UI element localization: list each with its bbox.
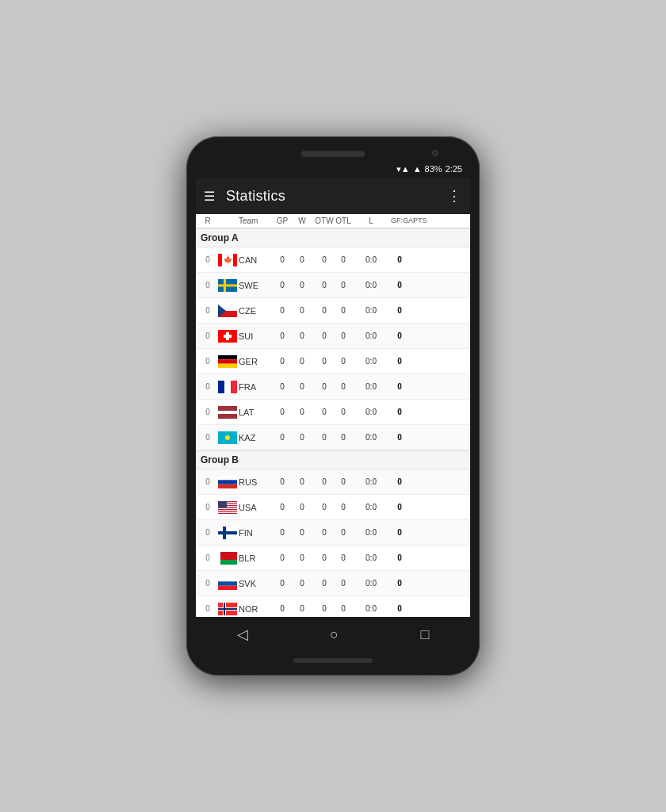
- svg-rect-30: [218, 508, 237, 508]
- svg-rect-18: [231, 381, 237, 393]
- phone-top-bar: [196, 146, 470, 160]
- table-row[interactable]: 0 USA 0 0 0 0: [196, 495, 470, 520]
- svg-rect-24: [218, 480, 237, 484]
- status-bar: ▾▲ ▲ 83% 2:25: [196, 160, 470, 178]
- col-rank: R: [199, 216, 216, 225]
- svg-rect-13: [218, 355, 237, 359]
- flag-blr: [218, 552, 237, 565]
- phone-bottom-bar: [196, 652, 470, 666]
- table-row[interactable]: 0 LAT 0 0 0 0 0:0 0: [196, 400, 470, 425]
- clock: 2:25: [446, 164, 462, 174]
- col-w: W: [291, 216, 313, 225]
- signal-icon: ▲: [413, 164, 422, 174]
- front-camera: [432, 150, 438, 156]
- table-row[interactable]: 0 NOR 0 0 0 0 0:0 0: [196, 596, 470, 617]
- svg-rect-20: [218, 411, 237, 414]
- svg-text:🍁: 🍁: [224, 255, 233, 265]
- svg-rect-37: [218, 552, 237, 560]
- flag-svk: [218, 577, 237, 590]
- table-row[interactable]: 0 FRA 0 0 0 0 0:0 0: [196, 374, 470, 400]
- svg-rect-14: [218, 359, 237, 363]
- bottom-nav: ◁ ○ □: [196, 617, 470, 652]
- col-gfga: GF:GAPTS: [391, 216, 408, 225]
- svg-rect-31: [218, 510, 237, 511]
- svg-rect-23: [218, 476, 237, 480]
- table-header: R Team GP W OTW OTL L GF:GAPTS: [196, 214, 470, 228]
- svg-rect-39: [218, 552, 220, 565]
- hamburger-icon[interactable]: ☰: [204, 189, 215, 204]
- flag-kaz: [218, 431, 237, 444]
- svg-rect-41: [218, 581, 237, 585]
- wifi-icon: ▾▲: [396, 164, 410, 174]
- svg-rect-16: [218, 381, 224, 393]
- svg-rect-1: [218, 254, 222, 266]
- table-row[interactable]: 0 SVK 0 0 0 0 0:0 0: [196, 571, 470, 596]
- flag-nor: [218, 603, 237, 615]
- col-gp: GP: [274, 216, 291, 225]
- group-a-header: Group A: [196, 228, 470, 247]
- svg-rect-33: [218, 501, 227, 508]
- svg-rect-32: [218, 511, 237, 512]
- table-row[interactable]: 0 BLR 0 0 0 0 0:0 0: [196, 546, 470, 571]
- table-row[interactable]: 0 GER 0 0 0 0 0:0 0: [196, 349, 470, 374]
- flag-ger: [218, 355, 237, 368]
- table-row[interactable]: 0 RUS 0 0 0 0 0:0 0: [196, 469, 470, 495]
- col-l: L: [351, 216, 391, 225]
- home-button[interactable]: ○: [314, 620, 354, 649]
- col-flag: [216, 216, 239, 225]
- svg-point-22: [225, 435, 230, 440]
- flag-rus: [218, 476, 237, 488]
- flag-fra: [218, 381, 237, 393]
- flag-usa: [218, 501, 237, 514]
- flag-sui: [218, 330, 237, 343]
- col-team: Team: [239, 216, 274, 225]
- svg-rect-47: [218, 608, 237, 610]
- phone-screen: ▾▲ ▲ 83% 2:25 ☰ Statistics ⋮ R Team GP W…: [196, 160, 470, 652]
- battery-percent: 83%: [425, 164, 442, 174]
- flag-swe: [218, 279, 237, 292]
- table-row[interactable]: 0 SUI 0 0 0 0 0:0 0: [196, 324, 470, 349]
- table-row[interactable]: 0 FIN 0 0 0 0 0:0 0: [196, 520, 470, 546]
- app-bar: ☰ Statistics ⋮: [196, 178, 470, 214]
- table-row[interactable]: 0 SWE 0 0 0 0 0:0 0: [196, 273, 470, 298]
- svg-rect-40: [218, 577, 237, 581]
- statistics-table: R Team GP W OTW OTL L GF:GAPTS Group A 0: [196, 214, 470, 617]
- col-otl: OTL: [335, 216, 351, 225]
- flag-lat: [218, 406, 237, 419]
- status-icons: ▾▲ ▲ 83% 2:25: [396, 164, 462, 174]
- svg-rect-6: [218, 284, 237, 286]
- group-b-header: Group B: [196, 450, 470, 469]
- col-otw: OTW: [313, 216, 335, 225]
- svg-rect-17: [224, 381, 231, 393]
- phone-device: ▾▲ ▲ 83% 2:25 ☰ Statistics ⋮ R Team GP W…: [186, 136, 480, 676]
- flag-can: 🍁: [218, 254, 237, 266]
- svg-rect-2: [233, 254, 237, 266]
- table-row[interactable]: 0 🍁 CAN 0 0 0 0 0:0 0: [196, 247, 470, 273]
- svg-rect-42: [218, 585, 237, 589]
- recents-button[interactable]: □: [404, 620, 445, 649]
- table-row[interactable]: 0 CZE 0 0 0 0 0:0 0: [196, 298, 470, 324]
- svg-rect-25: [218, 484, 237, 488]
- flag-cze: [218, 304, 237, 317]
- svg-rect-12: [224, 335, 232, 338]
- svg-rect-15: [218, 363, 237, 367]
- flag-fin: [218, 527, 237, 539]
- bottom-speaker-grille: [293, 658, 373, 663]
- svg-rect-36: [218, 531, 237, 534]
- more-menu-icon[interactable]: ⋮: [447, 187, 462, 205]
- app-title: Statistics: [226, 188, 447, 205]
- back-button[interactable]: ◁: [221, 619, 264, 649]
- table-row[interactable]: 0 KAZ 0 0 0 0 0:0 0: [196, 425, 470, 450]
- svg-rect-38: [218, 560, 237, 565]
- speaker-grille: [301, 151, 365, 157]
